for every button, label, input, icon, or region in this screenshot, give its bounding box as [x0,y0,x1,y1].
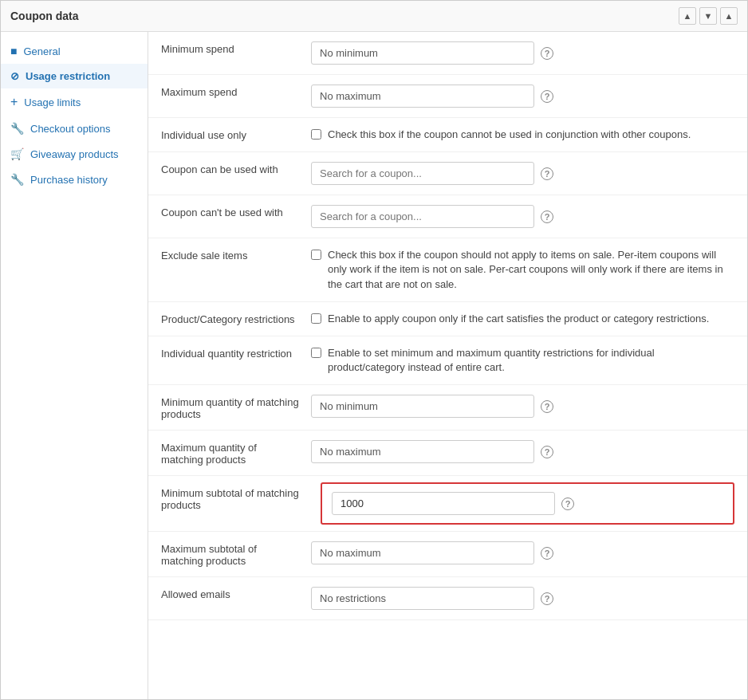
sidebar-item-checkout-options[interactable]: 🔧 Checkout options [1,116,148,141]
checkout-options-icon: 🔧 [10,122,24,135]
label-minimum-spend: Minimum spend [148,32,308,75]
label-allowed-emails: Allowed emails [148,577,308,620]
row-max-subtotal: Maximum subtotal of matching products ? [148,532,747,577]
field-row-coupon-cant-be-used: ? [311,205,734,228]
usage-limits-icon: + [10,95,18,109]
field-min-quantity-products: ? [308,385,747,431]
window-controls: ▲ ▼ ▲ [679,7,738,25]
input-min-quantity-products[interactable] [311,395,534,418]
sidebar-item-purchase-history[interactable]: 🔧 Purchase history [1,167,148,192]
checkbox-individual-use[interactable] [311,129,321,140]
row-coupon-can-be-used: Coupon can be used with ? [148,152,747,195]
input-maximum-spend[interactable] [311,85,534,108]
field-row-max-subtotal: ? [311,541,734,564]
checkbox-label-individual-quantity: Enable to set minimum and maximum quanti… [328,346,734,375]
label-max-subtotal: Maximum subtotal of matching products [148,532,308,577]
field-allowed-emails: ? [308,577,747,620]
highlight-box-min-subtotal: ? [321,482,734,525]
row-coupon-cant-be-used: Coupon can't be used with ? [148,195,747,238]
input-minimum-spend[interactable] [311,41,534,65]
sidebar-label-usage-limits: Usage limits [24,96,81,108]
row-allowed-emails: Allowed emails ? [148,577,747,620]
sidebar: ■ General ⊘ Usage restriction + Usage li… [1,32,148,699]
sidebar-label-usage-restriction: Usage restriction [26,70,110,82]
checkbox-label-product-category: Enable to apply coupon only if the cart … [328,312,709,326]
field-individual-use: Check this box if the coupon cannot be u… [308,118,747,152]
checkbox-row-exclude-sale: Check this box if the coupon should not … [311,248,734,292]
help-icon-min-subtotal[interactable]: ? [561,497,574,510]
input-max-quantity-products[interactable] [311,440,534,463]
purchase-history-icon: 🔧 [10,173,24,186]
sidebar-item-usage-restriction[interactable]: ⊘ Usage restriction [1,64,148,88]
label-coupon-can-be-used: Coupon can be used with [148,152,308,195]
expand-button[interactable]: ▼ [699,7,717,25]
row-exclude-sale-items: Exclude sale items Check this box if the… [148,238,747,302]
sidebar-item-giveaway-products[interactable]: 🛒 Giveaway products [1,141,148,167]
field-row-minimum-spend: ? [311,41,734,65]
row-individual-use: Individual use only Check this box if th… [148,118,747,152]
label-individual-use: Individual use only [148,118,308,152]
input-coupon-cant-be-used[interactable] [311,205,534,228]
fullscreen-button[interactable]: ▲ [720,7,738,25]
checkbox-row-product-category: Enable to apply coupon only if the cart … [311,312,734,326]
input-min-subtotal[interactable] [332,492,555,515]
checkbox-product-category[interactable] [311,313,321,324]
label-coupon-cant-be-used: Coupon can't be used with [148,195,308,238]
label-individual-quantity: Individual quantity restriction [148,336,308,384]
sidebar-item-general[interactable]: ■ General [1,38,148,64]
field-row-allowed-emails: ? [311,587,734,610]
general-icon: ■ [10,45,17,57]
window-title: Coupon data [10,10,79,22]
field-row-coupon-can-be-used: ? [311,162,734,185]
row-minimum-spend: Minimum spend ? [148,32,747,75]
field-coupon-cant-be-used: ? [308,195,747,238]
row-product-category: Product/Category restrictions Enable to … [148,301,747,336]
help-icon-coupon-can-be-used[interactable]: ? [541,167,553,180]
checkbox-label-individual-use: Check this box if the coupon cannot be u… [328,128,691,142]
field-exclude-sale-items: Check this box if the coupon should not … [308,238,747,302]
help-icon-minimum-spend[interactable]: ? [541,47,553,60]
checkbox-exclude-sale[interactable] [311,250,321,260]
label-maximum-spend: Maximum spend [148,75,308,118]
checkbox-row-individual-use: Check this box if the coupon cannot be u… [311,128,734,142]
title-bar: Coupon data ▲ ▼ ▲ [1,1,747,32]
help-icon-max-subtotal[interactable]: ? [541,547,553,560]
input-allowed-emails[interactable] [311,587,534,610]
sidebar-label-giveaway-products: Giveaway products [30,148,119,160]
field-product-category: Enable to apply coupon only if the cart … [308,301,747,336]
label-product-category: Product/Category restrictions [148,301,308,336]
help-icon-max-quantity[interactable]: ? [541,446,553,458]
label-min-quantity-products: Minimum quantity of matching products [148,385,308,431]
field-coupon-can-be-used: ? [308,152,747,195]
field-max-subtotal: ? [308,532,747,577]
collapse-button[interactable]: ▲ [679,7,696,25]
field-row-maximum-spend: ? [311,85,734,108]
coupon-data-window: Coupon data ▲ ▼ ▲ ■ General ⊘ Usage rest… [0,0,748,700]
field-individual-quantity: Enable to set minimum and maximum quanti… [308,336,747,384]
label-max-quantity-products: Maximum quantity of matching products [148,431,308,476]
help-icon-coupon-cant-be-used[interactable]: ? [541,210,553,223]
help-icon-min-quantity[interactable]: ? [541,400,553,413]
row-min-quantity-products: Minimum quantity of matching products ? [148,385,747,431]
content-area: ■ General ⊘ Usage restriction + Usage li… [1,32,747,699]
form-table: Minimum spend ? Maximum spend [148,32,747,620]
field-row-max-quantity: ? [311,440,734,463]
row-max-quantity-products: Maximum quantity of matching products ? [148,431,747,476]
row-min-subtotal: Minimum subtotal of matching products ? [148,476,747,532]
help-icon-allowed-emails[interactable]: ? [541,592,553,605]
sidebar-label-purchase-history: Purchase history [30,174,108,186]
sidebar-item-usage-limits[interactable]: + Usage limits [1,88,148,116]
checkbox-row-individual-quantity: Enable to set minimum and maximum quanti… [311,346,734,375]
label-exclude-sale-items: Exclude sale items [148,238,308,302]
main-content: Minimum spend ? Maximum spend [148,32,747,699]
input-coupon-can-be-used[interactable] [311,162,534,185]
field-min-subtotal: ? [308,476,747,532]
row-individual-quantity: Individual quantity restriction Enable t… [148,336,747,384]
help-icon-maximum-spend[interactable]: ? [541,90,553,103]
checkbox-individual-quantity[interactable] [311,348,321,358]
field-max-quantity-products: ? [308,431,747,476]
field-maximum-spend: ? [308,75,747,118]
giveaway-products-icon: 🛒 [10,147,24,160]
input-max-subtotal[interactable] [311,541,534,564]
sidebar-label-general: General [23,45,60,57]
